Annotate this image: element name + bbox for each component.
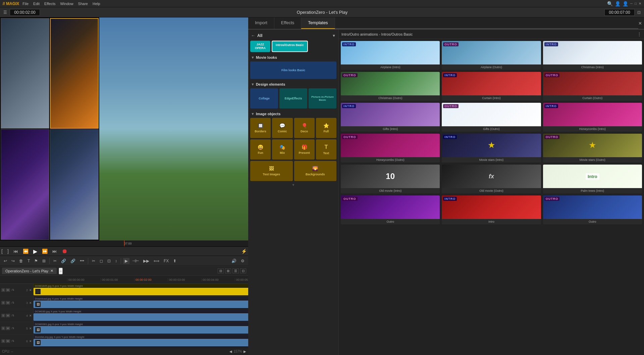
chip-jazz-opera[interactable]: JAZZOPERA [250,41,270,52]
thumbnail-3[interactable] [1,129,49,240]
section-image-objects[interactable]: ▼ Image objects [250,110,336,118]
zoom-out-button[interactable]: ◀ [229,350,232,353]
item-text[interactable]: TText [316,139,336,160]
item-deco[interactable]: 🎈Deco [294,118,315,138]
item-fun[interactable]: 😄Fun [250,139,271,160]
menu-share[interactable]: Share [78,2,88,6]
item-edge-effects[interactable]: EdgeEffects [279,88,307,108]
delete-button[interactable]: 🗑 [17,258,25,264]
track-2-m-button[interactable]: M [6,301,10,305]
template-old-movie-outro[interactable]: fx Old movie (Outro) [442,165,541,193]
arrows-button[interactable]: ↕ [113,258,119,264]
template-christmas-outro[interactable]: OUTRO Christmas (Outro) [341,72,440,101]
menu-toggle-button[interactable]: ☰ [2,9,8,15]
expand-button[interactable]: ⊡ [636,9,642,15]
track-2-s-button[interactable]: S [1,301,5,305]
track-3-s-button[interactable]: S [1,314,5,317]
item-collage[interactable]: Collage [250,88,278,108]
account-icon[interactable]: 👤 [623,1,628,6]
section-design-elements[interactable]: ▼ Design elements [250,80,336,88]
skip-to-end-button[interactable]: ⏭ [51,248,58,255]
section-movie-looks[interactable]: ▼ Movie looks [250,53,336,61]
volume-icon[interactable]: 🔊 [230,258,238,264]
template-extra-2[interactable]: INTRO Intro [442,195,541,224]
template-gifts-outro[interactable]: OUTRO Gifts (Outro) [442,103,541,132]
record-button[interactable]: ⏺ [60,247,69,256]
text-button[interactable]: T [26,258,32,264]
menu-file[interactable]: File [22,2,29,6]
item-full[interactable]: ⭐Full [316,118,336,138]
more-button[interactable]: ••• [78,258,86,264]
step-forward-button[interactable]: ⏩ [41,248,49,255]
track-3-x-button[interactable]: ✕ [29,314,32,317]
item-test-images[interactable]: 🖼Test Images [250,161,293,181]
template-airplane-outro[interactable]: OUTRO Airplane (Outro) [442,41,541,70]
zoom-in-button[interactable]: ▶ [244,350,246,353]
step-back-button[interactable]: ⏪ [21,248,30,255]
track-3-m-button[interactable]: M [6,314,10,317]
item-present[interactable]: 🎁Present [294,139,315,160]
select-button[interactable]: ◻ [98,258,105,264]
item-backgrounds[interactable]: 🌄Backgrounds [294,161,337,181]
panel-close-button[interactable]: ✕ [638,21,642,26]
grid-button[interactable]: ⊞ [41,258,47,264]
menu-effects[interactable]: Effects [44,2,55,6]
template-honeycombs-intro[interactable]: INTRO Honeycombs (Intro) [543,103,642,132]
track-4-clip[interactable]: 🖼 [34,326,248,334]
track-1-s-button[interactable]: S [1,288,5,292]
timeline-tab-close[interactable]: ✕ [50,269,53,273]
template-curtain-outro[interactable]: OUTRO Curtain (Outro) [543,72,642,101]
tab-import[interactable]: Import [248,17,274,29]
item-borders[interactable]: 🔲Borders [250,118,271,138]
track-1-x-button[interactable]: ✕ [29,289,32,292]
timeline-view-2[interactable]: ⊞ [225,268,231,273]
split-button[interactable]: ⊣⊢ [130,258,141,264]
track-4-body[interactable]: DOM0381.jpg X-pos Y-pos Width Height 🖼 [34,322,248,335]
template-extra-3[interactable]: OUTRO Outro [543,195,642,224]
track-4-m-button[interactable]: M [6,326,10,330]
template-extra-1[interactable]: OUTRO Outro [341,195,440,224]
play-button[interactable]: ▶ [32,248,39,255]
menu-help[interactable]: Help [93,2,100,6]
lightning-button[interactable]: ⚡ [240,248,248,255]
track-1-m-button[interactable]: M [6,288,10,292]
user-icon[interactable]: 👤 [615,1,621,6]
template-movie-stars-outro[interactable]: OUTRO ★ Movie stars (Outro) [543,134,642,163]
move-all-button[interactable]: ⊡ [106,258,112,264]
template-movie-stars-intro[interactable]: INTRO ★ Movie stars (Intro) [442,134,541,163]
track-3-body[interactable]: DCM030.jpg X-pos Y-pos Width Height [34,309,248,322]
item-comic[interactable]: 💬Comic [272,118,292,138]
menu-window[interactable]: Window [60,2,73,6]
template-old-movie-intro[interactable]: 10 Old movie (Intro) [341,165,440,193]
skip-to-start-button[interactable]: ⏮ [12,248,19,255]
track-1-clip[interactable]: 🖼 AB [34,288,248,295]
template-airplane-intro[interactable]: INTRO Airplane (Intro) [341,41,440,70]
dropdown-icon[interactable]: ▼ [332,34,336,38]
item-film-looks[interactable]: Film looks Basic [250,61,336,79]
mark-in-button[interactable]: [ [0,248,4,255]
timeline-view-3[interactable]: ☰ [232,268,239,273]
track-5-body[interactable]: Dom0eLing.jpg X-pos Y-pos Width Height 🖼 [34,335,248,347]
pointer-button[interactable]: ▶ [123,258,129,264]
track-2-clip[interactable]: 🖼 [34,301,248,308]
template-palm-trees[interactable]: Intro Palm trees (Intro) [543,165,642,193]
template-honeycombs-outro[interactable]: OUTRO Honeycombs (Outro) [341,134,440,163]
minimize-icon[interactable]: ─ [630,2,633,5]
thumbnail-2[interactable] [50,18,99,129]
close-icon[interactable]: ✕ [639,2,641,5]
template-curtain-intro[interactable]: INTRO Curtain (Intro) [442,72,541,101]
track-5-x-button[interactable]: ✕ [29,340,32,343]
search-icon[interactable]: 🔍 [607,1,613,6]
track-select-button[interactable]: ▶▶ [142,258,151,264]
unlink-button[interactable]: 🔗 [69,258,77,264]
panel-options-button[interactable]: ⋮ [637,32,641,37]
template-christmas-intro[interactable]: INTRO Christmas (Intro) [543,41,642,70]
track-5-s-button[interactable]: S [1,339,5,343]
item-pip[interactable]: Picture-in-Picture Basic [309,88,336,108]
settings-icon[interactable]: ⚙ [239,258,246,264]
thumbnail-1[interactable] [1,18,49,129]
track-3-clip[interactable] [34,313,248,321]
timeline-view-4[interactable]: ⊡ [240,268,246,273]
template-gifts-intro[interactable]: INTRO Gifts (Intro) [341,103,440,132]
track-2-x-button[interactable]: ✕ [29,301,32,305]
